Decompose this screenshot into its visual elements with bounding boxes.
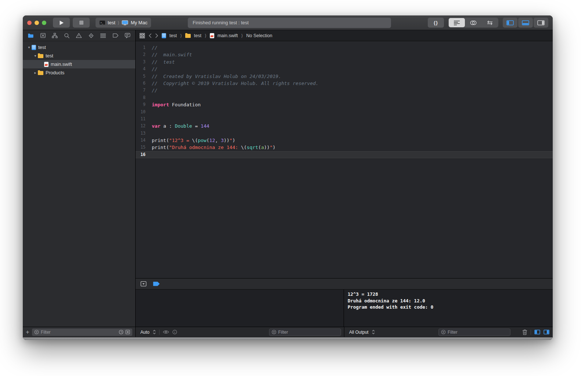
code-line-3[interactable]: 3// test bbox=[136, 58, 553, 65]
navigator-tab-reports[interactable] bbox=[125, 33, 130, 38]
traffic-lights bbox=[27, 21, 46, 25]
disclosure-triangle-icon[interactable]: ▾ bbox=[26, 45, 32, 49]
show-variables-view-icon[interactable] bbox=[534, 330, 540, 334]
recents-clock-icon[interactable] bbox=[119, 330, 123, 334]
line-number[interactable]: 4 bbox=[136, 65, 152, 72]
standard-editor-button[interactable] bbox=[449, 18, 465, 27]
quicklook-eye-icon[interactable] bbox=[163, 330, 169, 334]
line-number[interactable]: 13 bbox=[136, 130, 152, 137]
line-number[interactable]: 2 bbox=[136, 51, 152, 58]
scm-status-filter-icon[interactable] bbox=[125, 330, 130, 334]
code-line-9[interactable]: 9import Foundation bbox=[136, 101, 553, 108]
navigator-panel-toggle[interactable] bbox=[503, 18, 517, 28]
gauge-lines-icon bbox=[100, 33, 106, 38]
version-editor-button[interactable] bbox=[482, 18, 498, 27]
bottom-bar: + Filter Auto Filter All Output bbox=[23, 327, 553, 337]
minimize-button[interactable] bbox=[35, 21, 39, 25]
tree-item-label: test bbox=[46, 53, 53, 58]
code-line-15[interactable]: 15print("Druhá odmocnina ze 144: \(sqrt(… bbox=[136, 144, 553, 151]
code-line-6[interactable]: 6// Copyright © 2019 Vratislav Holub. Al… bbox=[136, 80, 553, 87]
code-line-2[interactable]: 2// main.swift bbox=[136, 51, 553, 58]
navigator-tab-debug[interactable] bbox=[100, 33, 106, 38]
hide-debug-area-button[interactable] bbox=[140, 281, 147, 287]
line-number[interactable]: 16 bbox=[136, 151, 152, 158]
forward-button[interactable] bbox=[155, 33, 158, 38]
code-line-14[interactable]: 14print("12^3 = \(pow(12, 3))") bbox=[136, 137, 553, 144]
show-console-view-icon[interactable] bbox=[544, 330, 549, 334]
navigator-tab-source-control[interactable] bbox=[40, 33, 46, 38]
code-line-11[interactable]: 11 bbox=[136, 116, 553, 123]
line-number[interactable]: 15 bbox=[136, 144, 152, 151]
line-number[interactable]: 5 bbox=[136, 73, 152, 80]
chevron-separator: ⟩ bbox=[118, 20, 119, 25]
scheme-destination[interactable]: My Mac bbox=[131, 20, 148, 25]
console-output[interactable]: 12^3 = 1728Druhá odmocnina ze 144: 12.0P… bbox=[344, 290, 553, 327]
navigator-filter-field[interactable]: Filter bbox=[32, 329, 132, 336]
line-number[interactable]: 6 bbox=[136, 80, 152, 87]
code-line-4[interactable]: 4// bbox=[136, 65, 553, 72]
mac-display-icon bbox=[122, 20, 129, 25]
navigator-tab-project[interactable] bbox=[28, 33, 34, 38]
related-items-button[interactable] bbox=[139, 33, 145, 39]
line-number[interactable]: 14 bbox=[136, 137, 152, 144]
crumb-selection[interactable]: No Selection bbox=[246, 33, 272, 38]
line-number[interactable]: 9 bbox=[136, 101, 152, 108]
navigator-tab-find[interactable] bbox=[64, 33, 70, 39]
disclosure-triangle-icon[interactable]: ▸ bbox=[33, 71, 38, 75]
console-filter-field[interactable]: Filter bbox=[438, 329, 510, 336]
source-editor[interactable]: 1//2// main.swift3// test4//5// Created … bbox=[136, 41, 553, 278]
crumb-group[interactable]: test bbox=[194, 33, 201, 38]
line-number[interactable]: 3 bbox=[136, 58, 152, 65]
clear-console-trash-icon[interactable] bbox=[522, 329, 527, 335]
crumb-project[interactable]: test bbox=[169, 33, 177, 38]
code-line-7[interactable]: 7// bbox=[136, 87, 553, 94]
code-line-12[interactable]: 12var a : Double = 144 bbox=[136, 123, 553, 130]
close-button[interactable] bbox=[27, 21, 32, 25]
stop-button[interactable] bbox=[73, 18, 90, 28]
chevron-separator: ⟩ bbox=[205, 33, 207, 38]
crumb-file[interactable]: main.swift bbox=[218, 33, 238, 38]
tree-item-products[interactable]: ▸Products bbox=[23, 68, 135, 77]
navigator-tab-breakpoints[interactable] bbox=[112, 33, 119, 38]
line-number[interactable]: 7 bbox=[136, 87, 152, 94]
code-review-button[interactable]: {} bbox=[428, 18, 444, 28]
scheme-selector[interactable]: >_ test ⟩ My Mac bbox=[96, 18, 151, 28]
tree-item-test[interactable]: ▾test bbox=[23, 43, 135, 52]
line-number[interactable]: 11 bbox=[136, 116, 152, 123]
code-line-16[interactable]: 16 bbox=[136, 151, 553, 158]
chevron-separator: ⟩ bbox=[180, 33, 182, 38]
code-line-8[interactable]: 8 bbox=[136, 94, 553, 101]
code-line-13[interactable]: 13 bbox=[136, 130, 553, 137]
folder-icon bbox=[28, 33, 34, 38]
add-button[interactable]: + bbox=[26, 329, 29, 335]
code-line-5[interactable]: 5// Created by Vratislav Holub on 24/03/… bbox=[136, 73, 553, 80]
line-number[interactable]: 12 bbox=[136, 123, 152, 130]
tree-item-test[interactable]: ▾test bbox=[23, 52, 135, 60]
back-button[interactable] bbox=[148, 33, 152, 38]
breakpoints-toggle-button[interactable] bbox=[153, 281, 160, 286]
variables-filter-field[interactable]: Filter bbox=[269, 329, 341, 336]
variables-scope-selector[interactable]: Auto bbox=[140, 330, 150, 335]
disclosure-triangle-icon[interactable]: ▾ bbox=[33, 54, 38, 58]
navigator-tab-tests[interactable] bbox=[88, 33, 94, 39]
swift-icon bbox=[44, 62, 49, 67]
inspector-panel-toggle[interactable] bbox=[534, 18, 548, 28]
debug-bar bbox=[136, 278, 553, 289]
tree-item-main-swift[interactable]: main.swift bbox=[23, 60, 135, 68]
assistant-editor-button[interactable] bbox=[465, 18, 481, 27]
navigator-tab-issues[interactable] bbox=[76, 33, 82, 38]
line-number[interactable]: 1 bbox=[136, 44, 152, 51]
run-button[interactable] bbox=[53, 18, 70, 28]
code-line-10[interactable]: 10 bbox=[136, 109, 553, 116]
navigator-tab-symbols[interactable] bbox=[52, 33, 58, 38]
variables-view[interactable] bbox=[136, 290, 344, 327]
info-icon[interactable] bbox=[172, 330, 177, 334]
console-scope-selector[interactable]: All Output bbox=[349, 330, 369, 335]
line-number[interactable]: 10 bbox=[136, 109, 152, 116]
debug-panel-toggle[interactable] bbox=[518, 18, 533, 28]
zoom-button[interactable] bbox=[42, 21, 46, 25]
line-number[interactable]: 8 bbox=[136, 94, 152, 101]
hide-debug-icon bbox=[140, 281, 147, 287]
code-line-1[interactable]: 1// bbox=[136, 44, 553, 51]
scheme-target[interactable]: test bbox=[108, 20, 115, 25]
